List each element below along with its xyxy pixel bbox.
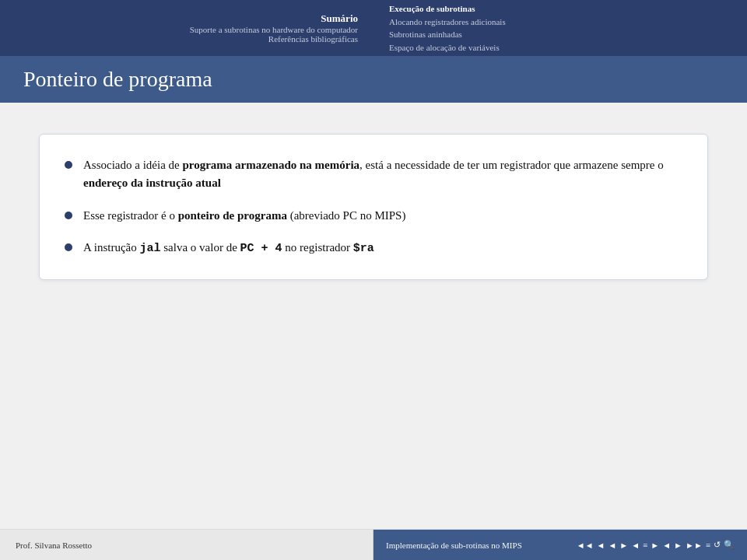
footer-author: Prof. Silvana Rossetto bbox=[16, 541, 92, 550]
footer-nav-icons: ◄◄ ◄ ◄ ► ◄ ≡ ► ◄ ► ►► ≡ ↺ 🔍 bbox=[577, 540, 735, 550]
main-content: Associado a idéia de programa armazenado… bbox=[0, 103, 747, 532]
bullet-item-2: Esse registrador é o ponteiro de program… bbox=[65, 207, 682, 225]
nav-item-3: Subrotinas aninhadas bbox=[389, 28, 747, 41]
bullet-text-2: Esse registrador é o ponteiro de program… bbox=[83, 207, 682, 225]
nav-icon-10[interactable]: ►► bbox=[686, 541, 703, 550]
nav-item-4: Espaço de alocação de variáveis bbox=[389, 41, 747, 54]
footer-right: Implementação de sub-rotinas no MIPS ◄◄ … bbox=[374, 530, 747, 560]
nav-icon-5[interactable]: ◄ bbox=[631, 541, 640, 550]
nav-icon-9[interactable]: ► bbox=[674, 541, 682, 550]
bullet-item-1: Associado a idéia de programa armazenado… bbox=[65, 156, 682, 193]
footer: Prof. Silvana Rossetto Implementação de … bbox=[0, 529, 747, 560]
page-title: Ponteiro de programa bbox=[23, 67, 724, 92]
nav-item-2: Alocando registradores adicionais bbox=[389, 16, 747, 29]
bullet-item-3: A instrução jal salva o valor de PC + 4 … bbox=[65, 239, 682, 257]
header-summary-title: Sumário bbox=[321, 12, 358, 25]
nav-icon-6[interactable]: ≡ bbox=[643, 541, 647, 550]
header-line2: Referências bibliográficas bbox=[268, 34, 358, 44]
nav-icon-13[interactable]: 🔍 bbox=[724, 540, 735, 550]
nav-item-1: Execução de subrotinas bbox=[389, 2, 747, 16]
bullet-dot-2 bbox=[65, 212, 72, 219]
nav-icon-2[interactable]: ◄ bbox=[597, 541, 605, 550]
nav-icon-7[interactable]: ► bbox=[651, 541, 659, 550]
bullet-dot-3 bbox=[65, 243, 72, 251]
content-card: Associado a idéia de programa armazenado… bbox=[39, 134, 708, 280]
bullet-dot-1 bbox=[65, 161, 72, 169]
header-line1: Suporte a subrotinas no hardware do comp… bbox=[190, 25, 358, 34]
header-left: Sumário Suporte a subrotinas no hardware… bbox=[0, 0, 374, 56]
header-right: Execução de subrotinas Alocando registra… bbox=[374, 0, 747, 56]
nav-icon-3[interactable]: ◄ bbox=[608, 541, 616, 550]
header-bar: Sumário Suporte a subrotinas no hardware… bbox=[0, 0, 747, 56]
nav-icon-12[interactable]: ↺ bbox=[714, 540, 721, 550]
nav-icon-1[interactable]: ◄◄ bbox=[577, 541, 594, 550]
nav-icon-4[interactable]: ► bbox=[619, 541, 628, 550]
title-section: Ponteiro de programa bbox=[0, 56, 747, 103]
bullet-text-3: A instrução jal salva o valor de PC + 4 … bbox=[83, 239, 682, 257]
nav-icon-11[interactable]: ≡ bbox=[706, 541, 710, 550]
nav-icon-8[interactable]: ◄ bbox=[662, 541, 671, 550]
footer-title: Implementação de sub-rotinas no MIPS bbox=[386, 541, 522, 550]
footer-left: Prof. Silvana Rossetto bbox=[0, 530, 374, 560]
bullet-text-1: Associado a idéia de programa armazenado… bbox=[83, 156, 682, 193]
